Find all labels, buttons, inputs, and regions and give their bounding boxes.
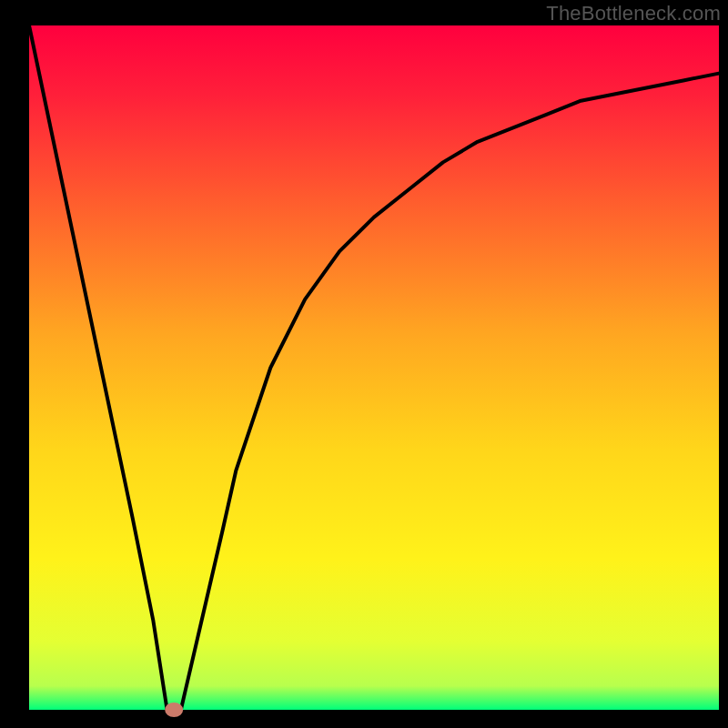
bottleneck-chart bbox=[0, 0, 728, 728]
chart-root: TheBottleneck.com bbox=[0, 0, 728, 728]
bottleneck-marker bbox=[165, 703, 183, 717]
watermark-text: TheBottleneck.com bbox=[546, 2, 721, 25]
chart-plot-area bbox=[29, 25, 719, 710]
